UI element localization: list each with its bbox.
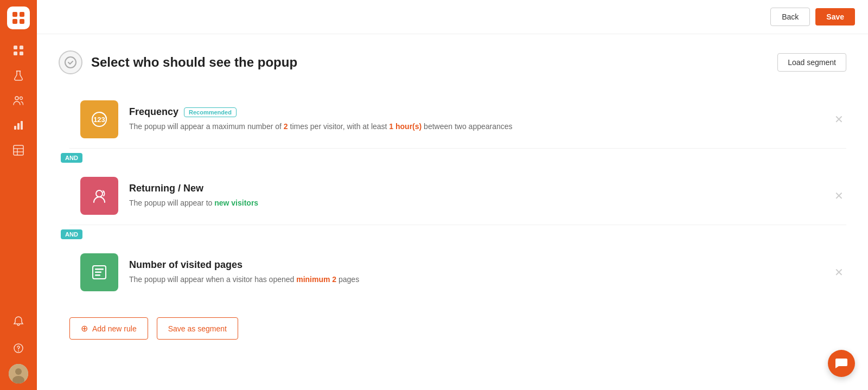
avatar[interactable] [9,364,28,383]
svg-rect-10 [14,126,16,130]
content-area: Select who should see the popup Load seg… [37,34,868,390]
svg-rect-4 [14,46,17,49]
svg-point-8 [15,97,18,100]
svg-point-20 [15,368,22,375]
svg-rect-3 [20,19,24,24]
page-header: Select who should see the popup Load seg… [59,50,846,74]
visited-close-button[interactable]: ✕ [831,265,846,280]
recommended-badge: Recommended [184,107,237,117]
sidebar-item-grid[interactable] [7,39,30,62]
sidebar-item-chart[interactable] [7,114,30,137]
svg-rect-27 [95,268,104,270]
sidebar-item-flask[interactable] [7,64,30,87]
frequency-description: The popup will appear a maximum number o… [129,121,820,132]
visited-content: Number of visited pages The popup will a… [118,259,831,285]
rules-container: 123 Frequency Recommended The popup will… [59,91,846,301]
rule-row-returning: Returning / New The popup will appear to… [69,167,846,225]
visited-title: Number of visited pages [129,259,820,271]
svg-rect-11 [17,123,20,130]
chat-bubble-button[interactable] [828,350,855,377]
rule-row-visited: Number of visited pages The popup will a… [69,244,846,301]
returning-title: Returning / New [129,183,820,194]
svg-rect-7 [20,52,23,55]
svg-rect-28 [95,272,101,273]
svg-rect-29 [95,274,100,276]
main-content: Back Save Select who should see the popu… [37,0,868,390]
and-badge-2: AND [69,225,846,244]
returning-close-button[interactable]: ✕ [831,188,846,203]
svg-rect-13 [14,145,23,155]
page-title: Select who should see the popup [91,55,297,70]
logo[interactable] [7,7,30,29]
sidebar-item-bell[interactable] [7,310,30,333]
rule-returning-new: Returning / New The popup will appear to… [69,167,846,225]
step-icon [59,50,82,74]
save-button[interactable]: Save [815,8,855,25]
frequency-close-button[interactable]: ✕ [831,112,846,127]
frequency-title: Frequency Recommended [129,106,820,118]
sidebar [0,0,37,390]
page-header-left: Select who should see the popup [59,50,297,74]
returning-description: The popup will appear to new visitors [129,197,820,209]
svg-rect-5 [20,46,23,49]
svg-rect-2 [12,19,17,24]
rule-frequency: 123 Frequency Recommended The popup will… [69,91,846,149]
svg-rect-0 [12,12,17,17]
svg-rect-6 [14,52,17,55]
svg-point-22 [65,57,76,68]
visited-icon-box [80,253,118,291]
sidebar-item-users[interactable] [7,89,30,112]
returning-content: Returning / New The popup will appear to… [118,183,831,209]
load-segment-button[interactable]: Load segment [777,53,846,72]
add-rule-icon: ⊕ [81,323,88,334]
sidebar-item-help[interactable] [7,337,30,360]
visited-description: The popup will appear when a visitor has… [129,274,820,285]
svg-point-9 [20,97,23,100]
svg-rect-1 [20,12,24,17]
svg-rect-12 [21,121,23,130]
frequency-content: Frequency Recommended The popup will app… [118,106,831,132]
topbar: Back Save [37,0,868,34]
svg-text:123: 123 [93,116,105,124]
save-segment-button[interactable]: Save as segment [157,317,238,340]
rule-visited-pages: Number of visited pages The popup will a… [69,244,846,301]
rule-row-frequency: 123 Frequency Recommended The popup will… [69,91,846,149]
svg-point-25 [96,190,103,197]
bottom-actions: ⊕ Add new rule Save as segment [59,317,846,340]
frequency-icon-box: 123 [80,100,118,138]
returning-icon-box [80,177,118,215]
sidebar-item-table[interactable] [7,139,30,162]
add-rule-button[interactable]: ⊕ Add new rule [69,317,148,340]
and-badge-1: AND [69,149,846,167]
svg-point-18 [18,350,19,351]
back-button[interactable]: Back [770,8,810,26]
